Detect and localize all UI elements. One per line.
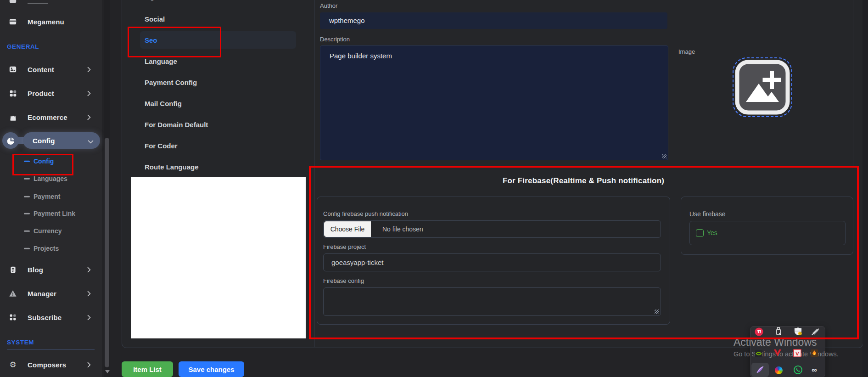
divider [7, 349, 95, 350]
sidebar-item-label: Megamenu [28, 18, 64, 26]
menu-item-mail-config[interactable]: Mail Config [140, 95, 298, 112]
dash-icon [24, 231, 30, 232]
activate-windows-text: Activate Windows [734, 336, 817, 349]
no-file-chosen-text: No file chosen [382, 221, 423, 237]
menu-item-label: For Coder [145, 142, 178, 150]
menu-item-social[interactable]: Social [140, 10, 298, 28]
resize-handle-icon[interactable] [655, 309, 659, 314]
menu-item-label: Language [145, 57, 177, 65]
sidebar-item-config[interactable]: Config [23, 132, 100, 149]
sidebar-subitem-label: Payment [34, 193, 60, 200]
sidebar-item-label: Config [33, 137, 55, 145]
divider [7, 54, 95, 54]
push-notification-label: Config firebase push notification [323, 210, 408, 217]
sidebar-item-label: Product [28, 90, 54, 97]
firebase-project-input[interactable]: goeasyapp-ticket [323, 253, 661, 271]
sidebar-subitem-payment-link[interactable]: Payment Link [0, 207, 102, 220]
menu-item-label: Social [145, 15, 165, 23]
dash-icon [24, 213, 30, 214]
shopping-bag-icon [8, 113, 17, 122]
dash-icon [24, 178, 30, 180]
menu-item-seo[interactable]: Seo [140, 31, 298, 49]
copilot-gradient [775, 366, 783, 374]
firebase-config-textarea[interactable] [323, 287, 661, 316]
sidebar-section-system: SYSTEM [7, 339, 34, 346]
sidebar-item-manager[interactable]: Manager [0, 285, 102, 302]
app-window: Megamenu GENERAL Content Product Ecommer… [0, 0, 868, 377]
firebase-project-label: Firebase project [323, 243, 366, 250]
add-image-icon [735, 60, 790, 115]
sidebar-item-label: Subscribe [28, 314, 62, 321]
svg-text:V: V [795, 350, 799, 356]
whatsapp-icon[interactable] [793, 365, 802, 374]
vanguard-icon[interactable] [773, 348, 782, 357]
item-list-button[interactable]: Item List [122, 361, 173, 377]
menu-item-label: Seo [145, 36, 157, 44]
column-divider [314, 0, 314, 347]
sidebar-item-product[interactable]: Product [0, 85, 102, 101]
hidden-slash-icon[interactable] [811, 327, 820, 336]
panel-scrollbar-thumb[interactable] [105, 138, 109, 367]
firebase-config-label: Firebase config [323, 277, 364, 284]
sidebar-item-ecommerce[interactable]: Ecommerce [0, 109, 102, 125]
game-flame-icon[interactable] [810, 349, 819, 358]
sidebar-subitem-label: Languages [34, 175, 67, 182]
sidebar-item-megamenu[interactable]: Megamenu [0, 13, 102, 30]
image-upload-button[interactable] [735, 60, 790, 115]
menu-item-language[interactable]: Language [140, 52, 298, 70]
antivirus-v-icon[interactable]: V [793, 349, 802, 358]
menu-item-for-domain-default[interactable]: For Domain Default [140, 116, 298, 133]
menu-item-partial[interactable]: g [150, 0, 154, 0]
sidebar-item-composers[interactable]: ⚙ Composers [0, 356, 102, 373]
chevron-right-icon [86, 289, 90, 298]
description-textarea[interactable]: Page builder system [320, 45, 668, 160]
document-icon [8, 265, 17, 274]
sidebar-subitem-payment[interactable]: Payment [0, 190, 102, 203]
creative-cloud-icon[interactable]: ∞ [810, 366, 819, 375]
sidebar-item-label: Blog [28, 266, 43, 274]
purple-feather-icon[interactable] [756, 365, 765, 374]
warning-triangle-icon [8, 289, 17, 298]
sidebar-item-subscribe[interactable]: Subscribe [0, 309, 102, 326]
right-gutter [862, 0, 868, 377]
image-label: Image [678, 48, 695, 55]
sidebar-subitem-label: Config [34, 158, 54, 165]
author-value: wpthemego [320, 17, 365, 24]
sidebar-subitem-config[interactable]: Config [0, 154, 102, 168]
clipped-label [28, 3, 48, 4]
image-icon [8, 65, 17, 74]
choose-file-button[interactable]: Choose File [324, 221, 371, 237]
sidebar-subitem-label: Projects [34, 245, 59, 252]
megamenu-icon [8, 17, 17, 26]
usb-device-icon[interactable] [774, 326, 783, 336]
sidebar-subitem-label: Payment Link [34, 210, 75, 217]
sidebar-subitem-languages[interactable]: Languages [0, 172, 102, 186]
defender-shield-icon[interactable] [793, 326, 802, 336]
scrollbar-down-arrow-icon[interactable] [105, 370, 110, 373]
menu-item-for-coder[interactable]: For Coder [140, 137, 298, 154]
file-input[interactable]: Choose File No file chosen [323, 220, 661, 238]
sidebar-item-label: Composers [28, 361, 66, 369]
use-firebase-checkbox[interactable] [696, 229, 704, 237]
nvidia-icon[interactable] [754, 349, 763, 358]
dash-icon [24, 248, 30, 249]
sidebar-subitem-label: Currency [34, 227, 62, 235]
menu-item-label: Mail Config [145, 100, 182, 107]
sidebar-section-general: GENERAL [7, 43, 39, 50]
sidebar-item-content[interactable]: Content [0, 61, 102, 78]
menu-item-payment-config[interactable]: Payment Config [140, 73, 298, 91]
sidebar-item-partial[interactable] [0, 0, 102, 8]
riot-icon[interactable] [754, 327, 763, 336]
sidebar-item-blog[interactable]: Blog [0, 261, 102, 278]
chevron-right-icon [86, 65, 90, 73]
sidebar-subitem-currency[interactable]: Currency [0, 224, 102, 238]
clipped-icon [8, 0, 17, 5]
sidebar-subitem-projects[interactable]: Projects [0, 242, 102, 255]
resize-handle-icon[interactable] [662, 154, 666, 158]
save-changes-button[interactable]: Save changes [179, 361, 244, 377]
author-input[interactable]: wpthemego [320, 12, 667, 29]
chevron-right-icon [86, 89, 90, 97]
copilot-icon[interactable] [774, 366, 783, 375]
menu-item-route-language[interactable]: Route Language [140, 158, 298, 175]
preview-placeholder [131, 177, 306, 338]
